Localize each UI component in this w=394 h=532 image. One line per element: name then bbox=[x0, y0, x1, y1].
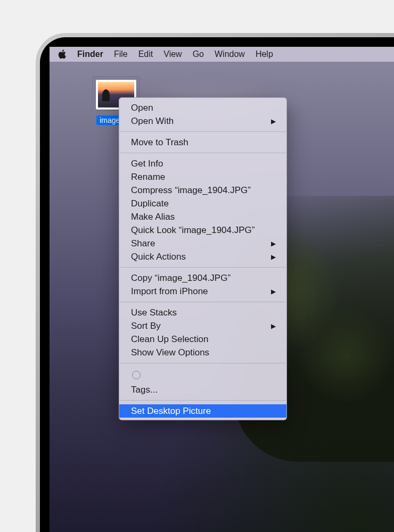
submenu-arrow-icon: ▶ bbox=[271, 118, 276, 125]
menu-item-label: Import from iPhone bbox=[131, 286, 208, 297]
menu-item-compress[interactable]: Compress “image_1904.JPG” bbox=[119, 184, 286, 197]
menu-item-label: Clean Up Selection bbox=[131, 334, 209, 345]
menubar-view[interactable]: View bbox=[158, 47, 187, 62]
menu-item-share[interactable]: Share ▶ bbox=[119, 237, 286, 250]
menu-item-label: Show View Options bbox=[131, 347, 209, 358]
menu-item-sort-by[interactable]: Sort By ▶ bbox=[119, 319, 286, 332]
menu-item-use-stacks[interactable]: Use Stacks bbox=[119, 306, 286, 319]
screen: Finder File Edit View Go Window Help ima… bbox=[50, 47, 394, 532]
laptop-bezel: Finder File Edit View Go Window Help ima… bbox=[40, 37, 394, 532]
tag-color-row[interactable] bbox=[119, 367, 286, 383]
menu-item-label: Compress “image_1904.JPG” bbox=[131, 185, 251, 196]
menu-item-label: Copy “image_1904.JPG” bbox=[131, 273, 231, 284]
menu-section: Use Stacks Sort By ▶ Clean Up Selection … bbox=[119, 305, 286, 360]
menu-item-import-iphone[interactable]: Import from iPhone ▶ bbox=[119, 285, 286, 298]
menubar-go[interactable]: Go bbox=[187, 47, 209, 62]
menubar-edit[interactable]: Edit bbox=[133, 47, 159, 62]
menu-item-set-desktop-picture[interactable]: Set Desktop Picture bbox=[119, 404, 286, 418]
menubar-app-name[interactable]: Finder bbox=[72, 47, 109, 62]
menu-item-get-info[interactable]: Get Info bbox=[119, 157, 286, 170]
menu-item-label: Get Info bbox=[131, 159, 163, 169]
menu-item-label: Set Desktop Picture bbox=[131, 406, 211, 417]
menu-item-label: Share bbox=[131, 238, 155, 249]
context-menu: Open Open With ▶ Move to Trash Get Info bbox=[119, 97, 287, 420]
menu-section: Set Desktop Picture bbox=[119, 403, 286, 420]
menu-separator bbox=[120, 267, 286, 268]
menu-section: Copy “image_1904.JPG” Import from iPhone… bbox=[119, 270, 286, 299]
menu-item-view-options[interactable]: Show View Options bbox=[119, 346, 286, 359]
menu-item-label: Rename bbox=[131, 172, 165, 182]
submenu-arrow-icon: ▶ bbox=[271, 253, 276, 261]
menu-item-tags[interactable]: Tags... bbox=[119, 383, 286, 396]
menu-item-label: Open With bbox=[131, 116, 174, 127]
menu-item-copy[interactable]: Copy “image_1904.JPG” bbox=[119, 271, 286, 285]
apple-menu-icon[interactable] bbox=[56, 49, 72, 59]
menu-separator bbox=[120, 400, 286, 401]
menu-item-label: Quick Actions bbox=[131, 252, 186, 262]
menu-item-make-alias[interactable]: Make Alias bbox=[119, 210, 286, 223]
menu-item-quick-look[interactable]: Quick Look “image_1904.JPG” bbox=[119, 223, 286, 237]
menu-item-label: Use Stacks bbox=[131, 307, 177, 318]
menu-separator bbox=[120, 131, 286, 132]
menu-separator bbox=[120, 153, 286, 153]
menu-item-label: Duplicate bbox=[131, 198, 169, 209]
menu-separator bbox=[120, 363, 286, 363]
menu-item-label: Move to Trash bbox=[131, 137, 188, 148]
submenu-arrow-icon: ▶ bbox=[271, 322, 276, 330]
menubar-window[interactable]: Window bbox=[209, 47, 250, 62]
menu-item-quick-actions[interactable]: Quick Actions ▶ bbox=[119, 250, 286, 263]
menu-separator bbox=[120, 302, 286, 302]
menu-item-label: Open bbox=[131, 103, 153, 113]
menubar: Finder File Edit View Go Window Help bbox=[50, 47, 394, 62]
menubar-file[interactable]: File bbox=[109, 47, 133, 62]
menu-section: Get Info Rename Compress “image_1904.JPG… bbox=[119, 156, 286, 264]
menu-item-open[interactable]: Open bbox=[119, 101, 286, 114]
submenu-arrow-icon: ▶ bbox=[271, 288, 276, 295]
menu-item-label: Tags... bbox=[131, 385, 158, 395]
menu-item-clean-up[interactable]: Clean Up Selection bbox=[119, 332, 286, 346]
menu-item-label: Sort By bbox=[131, 321, 161, 331]
menu-item-label: Make Alias bbox=[131, 212, 175, 222]
menu-item-move-to-trash[interactable]: Move to Trash bbox=[119, 136, 286, 149]
menu-section: Open Open With ▶ bbox=[119, 100, 286, 129]
menu-item-label: Quick Look “image_1904.JPG” bbox=[131, 225, 255, 236]
menubar-help[interactable]: Help bbox=[250, 47, 278, 62]
submenu-arrow-icon: ▶ bbox=[271, 240, 276, 247]
menu-item-rename[interactable]: Rename bbox=[119, 170, 286, 184]
menu-item-open-with[interactable]: Open With ▶ bbox=[119, 114, 286, 128]
menu-section: Tags... bbox=[119, 366, 286, 397]
tag-none-icon[interactable] bbox=[132, 371, 141, 379]
menu-item-duplicate[interactable]: Duplicate bbox=[119, 197, 286, 210]
menu-section: Move to Trash bbox=[119, 135, 286, 150]
